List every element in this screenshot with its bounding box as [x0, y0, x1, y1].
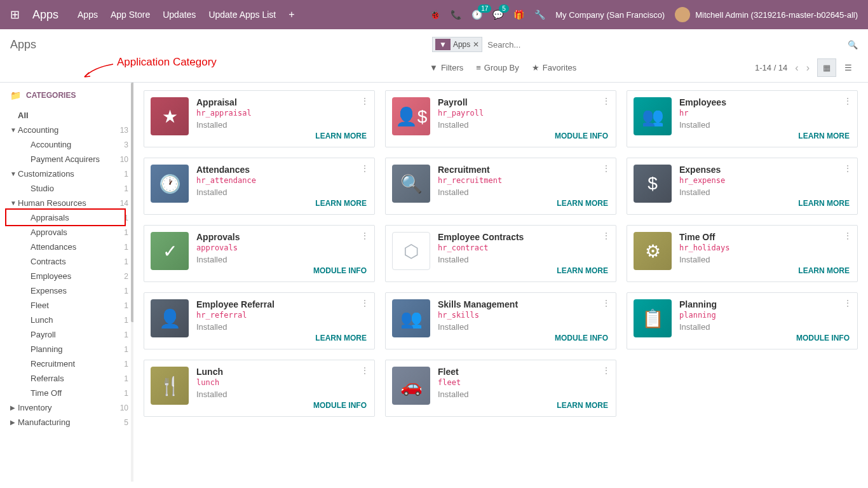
app-action-button[interactable]: LEARN MORE	[557, 266, 608, 275]
app-action-button[interactable]: LEARN MORE	[798, 132, 850, 140]
kebab-menu-icon[interactable]: ⋮	[843, 231, 852, 241]
nav-link-updatelist[interactable]: Update Apps List	[208, 10, 276, 20]
app-action-button[interactable]: LEARN MORE	[798, 266, 850, 275]
app-action-button[interactable]: LEARN MORE	[798, 199, 850, 208]
app-card[interactable]: ⚙Time Offhr_holidaysInstalledLEARN MORE⋮	[627, 225, 858, 282]
app-status: Installed	[438, 255, 609, 264]
app-card[interactable]: ⬡Employee Contractshr_contractInstalledL…	[385, 225, 616, 282]
kebab-menu-icon[interactable]: ⋮	[360, 96, 369, 106]
app-card[interactable]: 🔍Recruitmenthr_recruitmentInstalledLEARN…	[385, 158, 616, 215]
category-item[interactable]: Appraisals1	[10, 210, 133, 225]
kebab-menu-icon[interactable]: ⋮	[360, 298, 369, 308]
app-action-button[interactable]: MODULE INFO	[313, 401, 367, 410]
caret-right-icon[interactable]: ▶	[10, 419, 18, 426]
app-action-button[interactable]: MODULE INFO	[313, 266, 367, 275]
app-card[interactable]: $Expenseshr_expenseInstalledLEARN MORE⋮	[627, 158, 858, 215]
app-action-button[interactable]: MODULE INFO	[796, 334, 850, 342]
scrollbar-thumb[interactable]	[131, 83, 133, 322]
caret-down-icon[interactable]: ▼	[10, 170, 18, 177]
app-card[interactable]: 📋PlanningplanningInstalledMODULE INFO⋮	[627, 292, 858, 349]
kanban-view-button[interactable]: ▦	[817, 58, 836, 77]
category-item[interactable]: Recruitment1	[10, 356, 133, 371]
facet-remove-icon[interactable]: ✕	[473, 40, 479, 49]
pager-prev-icon[interactable]: ‹	[795, 62, 798, 74]
app-card[interactable]: 👤Employee Referralhr_referralInstalledLE…	[144, 292, 375, 349]
kebab-menu-icon[interactable]: ⋮	[843, 96, 852, 106]
kebab-menu-icon[interactable]: ⋮	[843, 163, 852, 173]
app-action-button[interactable]: MODULE INFO	[555, 132, 608, 140]
kebab-menu-icon[interactable]: ⋮	[360, 231, 369, 241]
app-card[interactable]: ✓ApprovalsapprovalsInstalledMODULE INFO⋮	[144, 225, 375, 282]
brand-title[interactable]: Apps	[32, 8, 58, 22]
user-menu[interactable]: Mitchell Admin (3219216-master-b02645-al…	[675, 7, 858, 22]
category-name: Planning	[20, 344, 124, 354]
app-action-button[interactable]: LEARN MORE	[557, 199, 608, 208]
category-all[interactable]: All	[10, 108, 133, 123]
bug-icon[interactable]: 🐞	[430, 10, 440, 20]
nav-link-updates[interactable]: Updates	[163, 10, 196, 20]
pager-next-icon[interactable]: ›	[806, 62, 810, 74]
category-item[interactable]: ▼Human Resources14	[10, 196, 133, 210]
search-icon[interactable]: 🔍	[848, 40, 858, 50]
category-item[interactable]: ▶Inventory10	[10, 400, 133, 415]
caret-right-icon[interactable]: ▶	[10, 404, 18, 411]
category-item[interactable]: Lunch1	[10, 313, 133, 327]
category-item[interactable]: Studio1	[10, 181, 133, 196]
list-view-button[interactable]: ☰	[839, 58, 858, 77]
app-card[interactable]: 👥EmployeeshrInstalledLEARN MORE⋮	[627, 90, 858, 147]
nav-link-appstore[interactable]: App Store	[111, 10, 150, 20]
app-card[interactable]: 👤$Payrollhr_payrollInstalledMODULE INFO⋮	[385, 90, 616, 147]
company-name[interactable]: My Company (San Francisco)	[555, 10, 665, 20]
category-item[interactable]: Referrals1	[10, 371, 133, 386]
app-action-button[interactable]: LEARN MORE	[315, 334, 367, 342]
category-item[interactable]: Payment Acquirers10	[10, 152, 133, 166]
category-item[interactable]: ▼Customizations1	[10, 166, 133, 181]
kebab-menu-icon[interactable]: ⋮	[360, 163, 369, 173]
kebab-menu-icon[interactable]: ⋮	[602, 231, 611, 241]
app-title: Employees	[679, 97, 851, 107]
caret-down-icon[interactable]: ▼	[10, 200, 18, 207]
chat-icon[interactable]: 💬5	[492, 10, 503, 20]
kebab-menu-icon[interactable]: ⋮	[602, 163, 611, 173]
kebab-menu-icon[interactable]: ⋮	[843, 298, 852, 308]
search-facet[interactable]: ▼ Apps ✕	[432, 37, 482, 52]
category-item[interactable]: Fleet1	[10, 298, 133, 313]
clock-icon[interactable]: 🕐17	[471, 10, 482, 20]
nav-link-apps[interactable]: Apps	[78, 10, 98, 20]
category-item[interactable]: Time Off1	[10, 386, 133, 400]
app-card[interactable]: 🍴LunchlunchInstalledMODULE INFO⋮	[144, 360, 375, 417]
category-item[interactable]: Approvals1	[10, 225, 133, 240]
app-card[interactable]: 🚗FleetfleetInstalledLEARN MORE⋮	[385, 360, 616, 417]
category-item[interactable]: Accounting3	[10, 137, 133, 152]
category-item[interactable]: Expenses1	[10, 283, 133, 298]
kebab-menu-icon[interactable]: ⋮	[602, 365, 611, 376]
kebab-menu-icon[interactable]: ⋮	[602, 298, 611, 308]
search-input[interactable]	[482, 37, 848, 52]
caret-down-icon[interactable]: ▼	[10, 126, 18, 133]
app-card[interactable]: ★Appraisalhr_appraisalInstalledLEARN MOR…	[144, 90, 375, 147]
category-item[interactable]: Contracts1	[10, 254, 133, 269]
category-item[interactable]: ▶Manufacturing5	[10, 415, 133, 430]
kebab-menu-icon[interactable]: ⋮	[602, 96, 611, 106]
gift-icon[interactable]: 🎁	[513, 10, 524, 20]
apps-grid-icon[interactable]: ⊞	[10, 8, 20, 22]
category-item[interactable]: Employees2	[10, 269, 133, 283]
app-action-button[interactable]: LEARN MORE	[557, 401, 608, 410]
category-item[interactable]: ▼Accounting13	[10, 123, 133, 137]
app-action-button[interactable]: LEARN MORE	[315, 199, 367, 208]
category-item[interactable]: Attendances1	[10, 240, 133, 254]
kebab-menu-icon[interactable]: ⋮	[360, 365, 369, 376]
wrench-icon[interactable]: 🔧	[534, 10, 545, 20]
app-action-button[interactable]: MODULE INFO	[555, 334, 608, 342]
groupby-button[interactable]: ≡Group By	[476, 63, 519, 72]
favorites-button[interactable]: ★Favorites	[532, 63, 576, 72]
app-tech-name: hr_skills	[438, 311, 609, 320]
app-action-button[interactable]: LEARN MORE	[315, 132, 367, 140]
filters-button[interactable]: ▼Filters	[430, 63, 463, 72]
app-card[interactable]: 👥Skills Managementhr_skillsInstalledMODU…	[385, 292, 616, 349]
app-card[interactable]: 🕐Attendanceshr_attendanceInstalledLEARN …	[144, 158, 375, 215]
category-item[interactable]: Payroll1	[10, 327, 133, 342]
category-item[interactable]: Planning1	[10, 342, 133, 356]
phone-icon[interactable]: 📞	[451, 10, 461, 20]
plus-icon[interactable]: +	[288, 9, 294, 20]
